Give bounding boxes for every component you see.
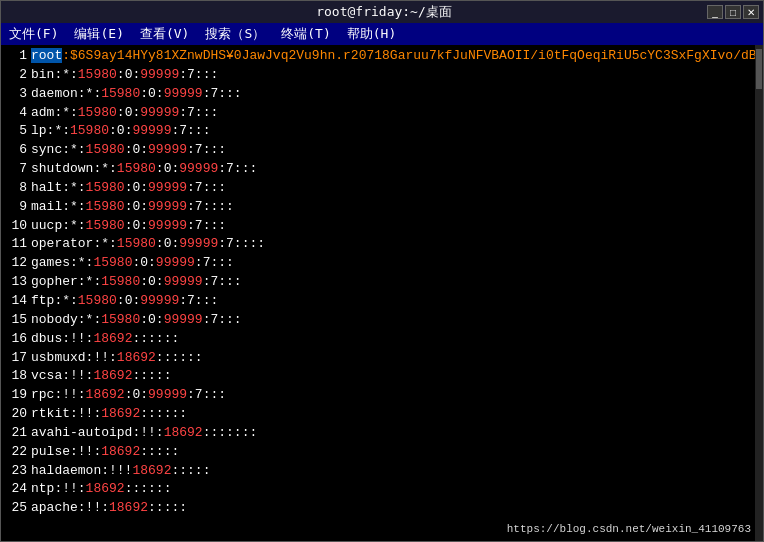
text-segment: 15980 xyxy=(101,274,140,289)
text-segment: :7:::: xyxy=(187,199,234,214)
line-content: rtkit:!!:18692:::::: xyxy=(31,405,759,424)
line-number: 9 xyxy=(5,198,27,217)
window-title: root@friday:~/桌面 xyxy=(61,3,707,21)
text-segment: :::::: xyxy=(125,481,172,496)
line-content: uucp:*:15980:0:99999:7::: xyxy=(31,217,759,236)
text-segment: :0: xyxy=(156,161,179,176)
line-number: 14 xyxy=(5,292,27,311)
menu-item[interactable]: 搜索（S） xyxy=(201,25,269,43)
text-segment: 15980 xyxy=(78,105,117,120)
text-segment: 99999 xyxy=(179,161,218,176)
text-segment: daemon:*: xyxy=(31,86,101,101)
text-segment: :::::: xyxy=(156,350,203,365)
text-segment: rtkit:!!: xyxy=(31,406,101,421)
table-row: 15nobody:*:15980:0:99999:7::: xyxy=(5,311,759,330)
table-row: 10uucp:*:15980:0:99999:7::: xyxy=(5,217,759,236)
text-segment: bin:*: xyxy=(31,67,78,82)
table-row: 16dbus:!!:18692:::::: xyxy=(5,330,759,349)
text-segment: :7::: xyxy=(179,105,218,120)
text-segment: :7::: xyxy=(203,312,242,327)
text-segment: avahi-autoipd:!!: xyxy=(31,425,164,440)
line-content: ftp:*:15980:0:99999:7::: xyxy=(31,292,759,311)
terminal-lines: 1root:$6S9ay14HYy81XZnwDHS¥0JawJvq2Vu9hn… xyxy=(5,47,759,518)
terminal-window: root@friday:~/桌面 _ □ ✕ 文件(F)编辑(E)查看(V)搜索… xyxy=(0,0,764,542)
text-segment: 15980 xyxy=(86,199,125,214)
line-number: 7 xyxy=(5,160,27,179)
line-number: 20 xyxy=(5,405,27,424)
text-segment: :0: xyxy=(140,312,163,327)
text-segment: ntp:!!: xyxy=(31,481,86,496)
table-row: 18vcsa:!!:18692::::: xyxy=(5,367,759,386)
table-row: 20rtkit:!!:18692:::::: xyxy=(5,405,759,424)
table-row: 3daemon:*:15980:0:99999:7::: xyxy=(5,85,759,104)
table-row: 1root:$6S9ay14HYy81XZnwDHS¥0JawJvq2Vu9hn… xyxy=(5,47,759,66)
text-segment: :0: xyxy=(125,199,148,214)
text-segment: :::::: xyxy=(132,331,179,346)
text-segment: 15980 xyxy=(86,218,125,233)
table-row: 13gopher:*:15980:0:99999:7::: xyxy=(5,273,759,292)
text-segment: :0: xyxy=(117,105,140,120)
text-segment: 99999 xyxy=(140,105,179,120)
text-segment: 18692 xyxy=(93,368,132,383)
menu-item[interactable]: 编辑(E) xyxy=(70,25,127,43)
line-content: vcsa:!!:18692::::: xyxy=(31,367,759,386)
menu-item[interactable]: 查看(V) xyxy=(136,25,193,43)
line-number: 5 xyxy=(5,122,27,141)
text-segment: ::::::: xyxy=(203,425,258,440)
text-segment: gopher:*: xyxy=(31,274,101,289)
text-segment: 15980 xyxy=(70,123,109,138)
text-segment: sync:*: xyxy=(31,142,86,157)
text-segment: ::::: xyxy=(132,368,171,383)
terminal-content[interactable]: 1root:$6S9ay14HYy81XZnwDHS¥0JawJvq2Vu9hn… xyxy=(1,45,763,541)
text-segment: :7::: xyxy=(203,274,242,289)
maximize-button[interactable]: □ xyxy=(725,5,741,19)
scrollbar[interactable] xyxy=(755,45,763,541)
line-number: 10 xyxy=(5,217,27,236)
line-number: 23 xyxy=(5,462,27,481)
text-segment: :7::: xyxy=(187,387,226,402)
menu-bar: 文件(F)编辑(E)查看(V)搜索（S）终端(T)帮助(H) xyxy=(1,23,763,45)
line-content: shutdown:*:15980:0:99999:7::: xyxy=(31,160,759,179)
text-segment: :0: xyxy=(125,180,148,195)
table-row: 23haldaemon:!!!18692::::: xyxy=(5,462,759,481)
menu-item[interactable]: 帮助(H) xyxy=(343,25,400,43)
table-row: 5lp:*:15980:0:99999:7::: xyxy=(5,122,759,141)
text-segment: 99999 xyxy=(148,142,187,157)
line-number: 6 xyxy=(5,141,27,160)
line-number: 24 xyxy=(5,480,27,499)
text-segment: :0: xyxy=(117,67,140,82)
menu-item[interactable]: 文件(F) xyxy=(5,25,62,43)
scrollbar-thumb[interactable] xyxy=(756,49,762,89)
text-segment: 15980 xyxy=(78,293,117,308)
text-segment: lp:*: xyxy=(31,123,70,138)
text-segment: 15980 xyxy=(117,236,156,251)
line-number: 4 xyxy=(5,104,27,123)
line-content: root:$6S9ay14HYy81XZnwDHS¥0JawJvq2Vu9hn.… xyxy=(31,47,763,66)
line-number: 18 xyxy=(5,367,27,386)
text-segment: 18692 xyxy=(101,406,140,421)
text-segment: :7::: xyxy=(187,218,226,233)
text-segment: ::::: xyxy=(140,444,179,459)
text-segment: 15980 xyxy=(101,86,140,101)
line-number: 1 xyxy=(5,47,27,66)
table-row: 4adm:*:15980:0:99999:7::: xyxy=(5,104,759,123)
menu-item[interactable]: 终端(T) xyxy=(277,25,334,43)
title-bar: root@friday:~/桌面 _ □ ✕ xyxy=(1,1,763,23)
text-segment: ::::: xyxy=(148,500,187,515)
line-number: 19 xyxy=(5,386,27,405)
text-segment: operator:*: xyxy=(31,236,117,251)
line-content: avahi-autoipd:!!:18692::::::: xyxy=(31,424,759,443)
line-content: rpc:!!:18692:0:99999:7::: xyxy=(31,386,759,405)
minimize-button[interactable]: _ xyxy=(707,5,723,19)
close-button[interactable]: ✕ xyxy=(743,5,759,19)
line-content: haldaemon:!!!18692::::: xyxy=(31,462,759,481)
text-segment: 18692 xyxy=(132,463,171,478)
table-row: 2bin:*:15980:0:99999:7::: xyxy=(5,66,759,85)
text-segment: :0: xyxy=(125,142,148,157)
text-segment: apache:!!: xyxy=(31,500,109,515)
text-segment: 99999 xyxy=(140,67,179,82)
text-segment: 99999 xyxy=(140,293,179,308)
text-segment: :$6S9ay14HYy81XZnwDHS¥0JawJvq2Vu9hn.r207… xyxy=(62,48,733,63)
text-segment: 99999 xyxy=(164,312,203,327)
text-segment: :7::: xyxy=(179,67,218,82)
